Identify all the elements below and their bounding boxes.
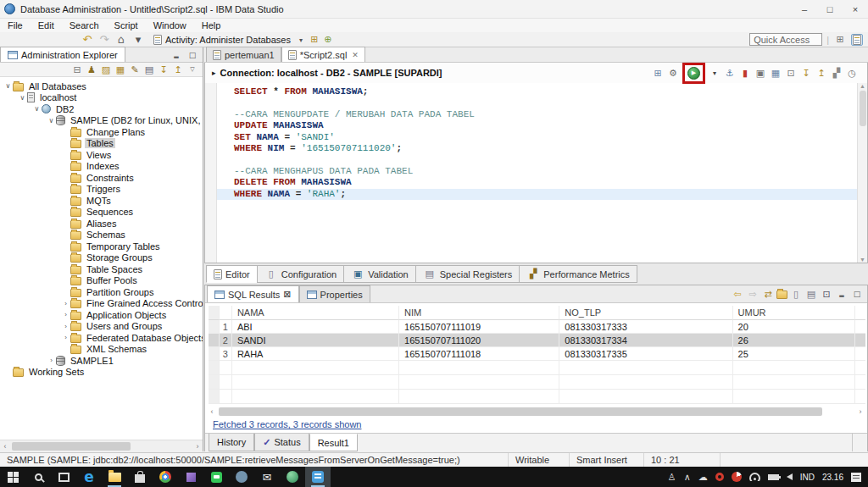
tree-item[interactable]: Tables	[0, 138, 203, 150]
export-icon[interactable]: ↥	[815, 67, 828, 80]
scroll-thumb[interactable]	[860, 91, 866, 126]
chart-icon[interactable]: ▞	[830, 67, 843, 80]
scroll-up-icon[interactable]: ▲	[860, 83, 865, 89]
wifi-icon[interactable]	[749, 473, 760, 481]
tree-item[interactable]: ›Application Objects	[0, 309, 203, 321]
explorer-hscrollbar[interactable]: ‹ ›	[0, 440, 203, 451]
export-result-icon[interactable]: ⊡	[820, 288, 833, 301]
history-icon[interactable]: ◷	[845, 67, 859, 80]
scroll-down-icon[interactable]: ▼	[860, 257, 865, 263]
column-header[interactable]: NAMA	[232, 306, 399, 320]
menu-file[interactable]: File	[0, 20, 31, 30]
column-header[interactable]: NO_TLP	[559, 306, 732, 320]
tree-item[interactable]: Partition Groups	[0, 286, 203, 298]
taskbar-app-maps[interactable]	[280, 467, 305, 487]
screen-record-icon[interactable]	[732, 472, 742, 482]
forward-icon[interactable]: ⇨	[746, 288, 760, 301]
taskbar-app-phone[interactable]	[229, 467, 254, 487]
collapse-all-icon[interactable]: ⊟	[70, 64, 84, 76]
minimize-button[interactable]: –	[792, 0, 817, 19]
code-area[interactable]: SELECT * FROM MAHASISWA;--CARA MENGUPDAT…	[217, 86, 857, 263]
tree-item[interactable]: ∨SAMPLE (DB2 for Linux, UNIX, and Wind	[0, 115, 203, 127]
new-connection-icon[interactable]: ♟	[85, 64, 98, 76]
table-cell[interactable]: 26	[733, 334, 855, 347]
scroll-thumb[interactable]	[12, 442, 131, 451]
table-cell[interactable]: 165150707111018	[399, 347, 559, 361]
collapsed-arrow-icon[interactable]: ›	[61, 323, 70, 330]
tree-item[interactable]: Buffer Pools	[0, 275, 203, 287]
chevron-up-icon[interactable]: ∧	[684, 472, 691, 483]
onedrive-icon[interactable]: ☁	[698, 472, 708, 483]
notification-icon[interactable]	[851, 473, 861, 482]
minimize-icon[interactable]: ▂	[835, 288, 849, 301]
tab-history[interactable]: History	[209, 434, 254, 451]
clock[interactable]: 23.16	[822, 473, 843, 482]
new-result-icon[interactable]: ▯	[789, 288, 803, 301]
collapsed-arrow-icon[interactable]: ›	[61, 334, 70, 341]
tab-performance-metrics[interactable]: ▞Performance Metrics	[519, 265, 637, 283]
terminate-icon[interactable]: ▮	[738, 67, 752, 80]
tab-editor[interactable]: Editor	[206, 265, 257, 283]
export-folder-icon[interactable]: ↥	[171, 64, 185, 76]
redo-icon[interactable]: ↷	[97, 33, 111, 46]
close-tab-icon[interactable]: ⊠	[283, 289, 291, 300]
tab-sql-results[interactable]: SQL Results⊠	[207, 285, 299, 302]
explorer-tab[interactable]: Administration Explorer	[0, 47, 125, 62]
tree-item[interactable]: ∨localhost	[0, 92, 203, 104]
home-icon[interactable]: ⌂	[114, 33, 128, 46]
expanded-arrow-icon[interactable]: ∨	[3, 82, 13, 90]
undo-icon[interactable]: ↶	[81, 33, 94, 46]
validate-icon[interactable]: ▣	[754, 67, 767, 80]
language-indicator[interactable]: IND	[800, 473, 815, 482]
run-icon[interactable]: ▶	[687, 67, 700, 80]
new-table-icon[interactable]: ⊞	[308, 33, 321, 46]
tree-item[interactable]: Working Sets	[0, 367, 203, 379]
close-tab-icon[interactable]: ✕	[352, 51, 359, 59]
result-prefs-icon[interactable]: ▤	[804, 288, 818, 301]
scroll-thumb[interactable]	[219, 407, 822, 416]
menu-search[interactable]: Search	[62, 20, 107, 30]
tree-item[interactable]: ∨DB2	[0, 103, 203, 115]
tree-item[interactable]: ›Users and Groups	[0, 321, 203, 333]
people-icon[interactable]: ♙	[668, 472, 676, 483]
tab-properties[interactable]: Properties	[299, 285, 370, 302]
show-sql-outline-icon[interactable]: ⊞	[651, 67, 665, 80]
taskbar-app-store[interactable]	[127, 467, 153, 487]
collapsed-arrow-icon[interactable]: ›	[61, 311, 70, 318]
taskbar-app-3d-viewer[interactable]	[178, 467, 203, 487]
tree-item[interactable]: Storage Groups	[0, 252, 203, 264]
table-row[interactable]: 3RAHA16515070711101808133031733525	[209, 347, 865, 361]
table-cell[interactable]: 20	[733, 320, 855, 334]
set-connection-icon[interactable]: ⚓	[723, 67, 737, 80]
tree-item[interactable]: Temporary Tables	[0, 241, 203, 252]
close-button[interactable]: ×	[843, 0, 868, 19]
tree-item[interactable]: ›Fine Grained Access Controls	[0, 298, 203, 310]
new-privilege-icon[interactable]: ▨	[99, 64, 113, 76]
tree-item[interactable]: Views	[0, 149, 203, 161]
table-cell[interactable]: SANDI	[232, 334, 399, 347]
manage-keys-icon[interactable]: ✎	[128, 64, 142, 76]
table-cell[interactable]: ABI	[232, 320, 399, 334]
copy-icon[interactable]: ⊡	[784, 67, 798, 80]
table-row[interactable]: 2SANDI16515070711102008133031733426	[209, 334, 865, 347]
taskbar-app-edge[interactable]: e	[76, 467, 102, 487]
menu-script[interactable]: Script	[107, 20, 146, 30]
table-cell[interactable]: RAHA	[232, 347, 399, 361]
quick-access-input[interactable]: Quick Access	[749, 33, 822, 46]
tab-special-registers[interactable]: ▤Special Registers	[415, 265, 520, 283]
expanded-arrow-icon[interactable]: ∨	[47, 117, 56, 125]
tree-item[interactable]: MQTs	[0, 195, 203, 207]
column-header[interactable]: NIM	[399, 306, 559, 320]
tree-item[interactable]: ∨All Databases	[0, 80, 203, 92]
tab-result1[interactable]: Result1	[309, 434, 358, 451]
table-cell[interactable]: 081330317335	[559, 347, 732, 361]
import-icon[interactable]: ↧	[799, 67, 813, 80]
taskbar-app-start[interactable]	[0, 467, 25, 487]
tree-item[interactable]: ›Federated Database Objects	[0, 332, 203, 344]
home-menu-icon[interactable]: ▾	[131, 33, 145, 46]
table-cell[interactable]: 165150707111019	[399, 320, 559, 334]
view-menu-icon[interactable]: ▽	[186, 64, 199, 76]
alter-table-icon[interactable]: ▦	[114, 64, 127, 76]
table-cell[interactable]: 081330317333	[559, 320, 732, 334]
tab-status[interactable]: ✓Status	[254, 434, 309, 451]
